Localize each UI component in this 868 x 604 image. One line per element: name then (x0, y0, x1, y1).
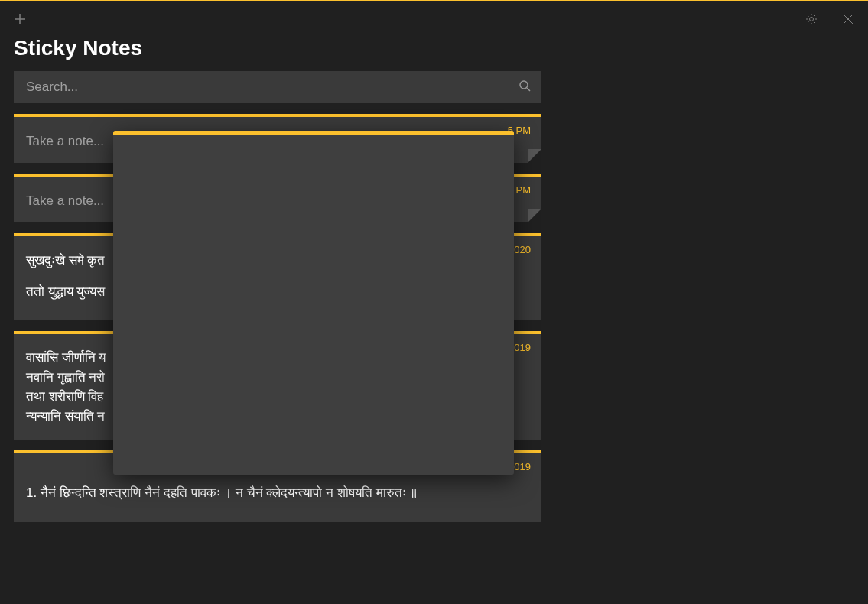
popup-note-window[interactable] (113, 131, 514, 475)
app-window: Sticky Notes 5 PM Take a note... 4 PM (0, 0, 868, 604)
titlebar-left (2, 1, 38, 37)
svg-point-5 (520, 81, 528, 89)
plus-icon (14, 13, 26, 25)
note-content: 1. नैनं छिन्दन्ति शस्त्राणि नैनं दहति पा… (26, 482, 529, 503)
close-icon (842, 13, 854, 25)
new-note-button[interactable] (2, 1, 38, 37)
note-line: 1. नैनं छिन्दन्ति शस्त्राणि नैनं दहति पा… (26, 482, 529, 503)
search-bar[interactable] (14, 71, 541, 103)
titlebar (0, 1, 868, 37)
svg-line-6 (527, 88, 530, 91)
search-input[interactable] (26, 80, 519, 95)
note-fold-corner-icon (528, 149, 541, 163)
page-title: Sticky Notes (14, 36, 854, 60)
titlebar-right (793, 1, 866, 37)
search-icon (519, 80, 531, 95)
settings-button[interactable] (793, 1, 830, 37)
note-fold-corner-icon (528, 209, 541, 222)
gear-icon (805, 13, 818, 25)
svg-point-2 (810, 18, 814, 21)
close-button[interactable] (830, 1, 866, 37)
